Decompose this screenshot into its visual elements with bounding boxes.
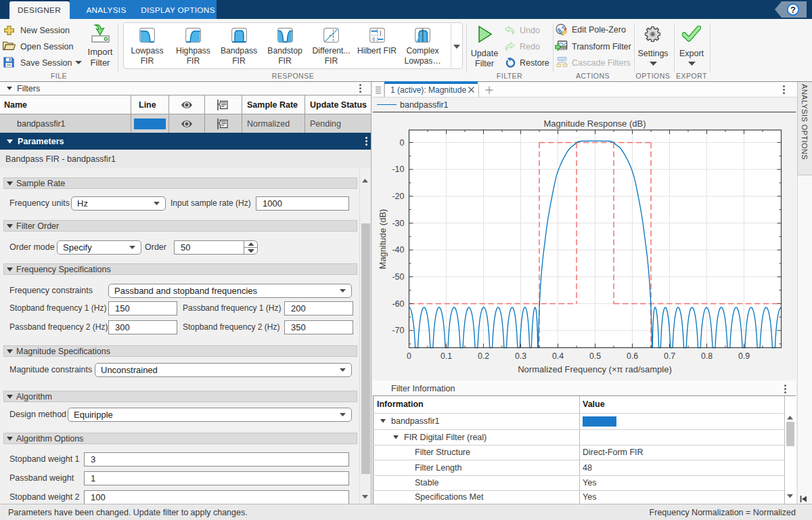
svg-text:j: j: [379, 29, 381, 35]
svg-text:0.5: 0.5: [589, 351, 601, 361]
svg-text:0.6: 0.6: [627, 351, 638, 361]
svg-text:0.9: 0.9: [738, 351, 750, 361]
svg-text:0.7: 0.7: [664, 351, 675, 361]
svg-text:0: 0: [400, 138, 405, 148]
svg-text:-50: -50: [392, 272, 404, 282]
svg-text:-60: -60: [392, 299, 404, 309]
svg-text:-30: -30: [392, 219, 404, 228]
svg-text:-20: -20: [392, 192, 404, 201]
svg-text:?: ?: [790, 5, 796, 15]
svg-text:Normalized Frequency (×π rad/s: Normalized Frequency (×π rad/sample): [518, 364, 672, 374]
svg-text:-10: -10: [392, 165, 404, 174]
svg-text:-40: -40: [392, 245, 404, 255]
svg-text:0.3: 0.3: [515, 351, 526, 361]
svg-text:0.4: 0.4: [552, 351, 564, 361]
svg-text:Magnitude (dB): Magnitude (dB): [378, 209, 388, 269]
svg-text:0.2: 0.2: [478, 351, 489, 361]
svg-text:-j: -j: [371, 35, 375, 41]
svg-text:-70: -70: [392, 326, 404, 335]
svg-text:0: 0: [407, 351, 411, 361]
svg-text:Magnitude Response (dB): Magnitude Response (dB): [543, 118, 646, 129]
svg-text:0.8: 0.8: [701, 351, 713, 361]
svg-text:0.1: 0.1: [441, 351, 452, 361]
